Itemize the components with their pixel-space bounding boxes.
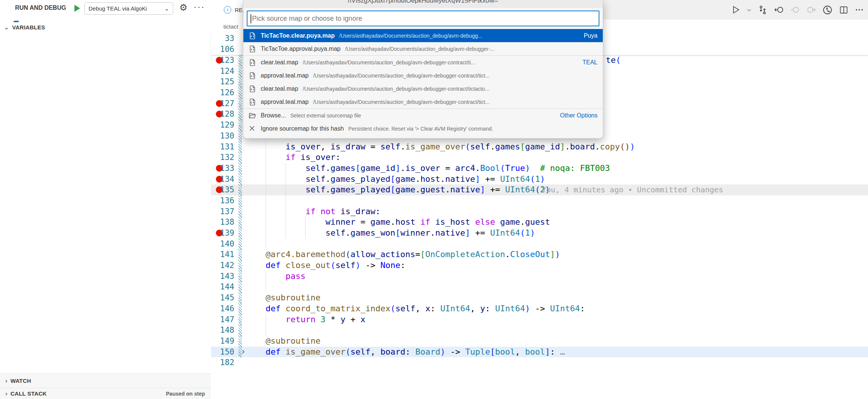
quick-pick-item-0[interactable]: TicTacToe.clear.puya.map/Users/asthayada… xyxy=(243,29,603,42)
next-change-icon[interactable] xyxy=(806,5,816,15)
code-line-142[interactable]: 142 def close_out(self) -> None: xyxy=(211,260,868,271)
run-python-file-button[interactable] xyxy=(731,5,741,15)
quick-pick-item-2[interactable]: clear.teal.map/Users/asthayadav/Document… xyxy=(243,55,603,69)
start-debug-button[interactable] xyxy=(72,3,82,13)
line-number[interactable]: 182 xyxy=(211,357,234,368)
line-number[interactable]: 136 xyxy=(211,195,234,206)
code-token: def xyxy=(266,260,281,270)
code-token: . xyxy=(565,142,570,151)
code-line-137[interactable]: 137 if not is_draw: xyxy=(211,206,868,217)
code-token: self xyxy=(306,185,326,194)
quick-pick-input-box[interactable] xyxy=(247,11,599,26)
quick-pick-item-1[interactable]: TicTacToe.approval.puya.map/Users/asthay… xyxy=(243,42,603,55)
line-number[interactable]: 147 xyxy=(211,314,234,325)
line-number[interactable]: 138 xyxy=(211,217,234,228)
line-number[interactable]: 145 xyxy=(211,292,234,303)
line-number[interactable]: 129 xyxy=(211,120,234,131)
run-dropdown-chevron-icon[interactable] xyxy=(746,7,752,13)
line-number[interactable]: 123 xyxy=(211,55,234,66)
code-line-141[interactable]: 141 @arc4.baremethod(allow_actions=[OnCo… xyxy=(211,249,868,260)
line-number[interactable]: 146 xyxy=(211,303,234,314)
code-token xyxy=(415,217,420,227)
previous-change-icon[interactable] xyxy=(790,5,800,15)
gear-icon[interactable]: ⚙ xyxy=(179,2,188,13)
code-line-147[interactable]: 147 return 3 * y + x xyxy=(211,314,868,325)
code-line-182[interactable]: 182 xyxy=(211,357,868,368)
code-token: . xyxy=(400,142,405,151)
line-number[interactable]: 144 xyxy=(211,282,234,292)
code-line-139[interactable]: 139 self.games_won[winner.native] += UIn… xyxy=(211,228,868,239)
code-line-143[interactable]: 143 pass xyxy=(211,271,868,282)
quick-pick-item-7[interactable]: Ignore sourcemap for this hashPersistent… xyxy=(243,122,603,135)
breadcrumb-item[interactable]: tictact xyxy=(223,23,238,30)
quick-pick-item-3[interactable]: approval.teal.map/Users/asthayadav/Docum… xyxy=(243,69,603,82)
line-number[interactable]: 128 xyxy=(211,109,234,120)
code-line-131[interactable]: 131 is_over, is_draw = self.is_game_over… xyxy=(211,142,868,152)
line-number[interactable]: 137 xyxy=(211,206,234,217)
code-token: is_draw xyxy=(341,207,376,216)
code-line-149[interactable]: 149 @subroutine xyxy=(211,336,868,347)
code-line-135[interactable]: 135 self.games_played[game.guest.native]… xyxy=(211,184,868,195)
line-number[interactable]: 135 xyxy=(211,184,234,195)
code-line-144[interactable]: 144 xyxy=(211,282,868,292)
quick-pick-item-5[interactable]: approval.teal.map/Users/asthayadav/Docum… xyxy=(243,95,603,108)
code-token: self xyxy=(395,304,415,313)
code-line-145[interactable]: 145 @subroutine xyxy=(211,292,868,303)
line-number[interactable]: 132 xyxy=(211,152,234,163)
compare-changes-icon[interactable] xyxy=(758,5,768,15)
code-line-136[interactable]: 136 xyxy=(211,195,868,206)
quick-pick-item-6[interactable]: Browse...Select external sourcemap fileO… xyxy=(243,108,603,122)
line-number[interactable]: 125 xyxy=(211,76,234,87)
line-number: 33 xyxy=(211,33,234,44)
code-token: def xyxy=(266,347,281,356)
code-line-132[interactable]: 132 if is_over: xyxy=(211,152,868,163)
line-number[interactable]: 150 xyxy=(211,347,234,358)
line-number[interactable]: 133 xyxy=(211,163,234,174)
code-line-146[interactable]: 146 def coord_to_matrix_index(self, x: U… xyxy=(211,303,868,314)
call-stack-section-header[interactable]: › CALL STACK Paused on step xyxy=(0,388,211,399)
line-number[interactable]: 124 xyxy=(211,66,234,77)
line-number[interactable]: 139 xyxy=(211,228,234,239)
line-number[interactable]: 141 xyxy=(211,249,234,260)
split-editor-icon[interactable] xyxy=(839,5,849,15)
code-token xyxy=(246,336,266,346)
code-line-150[interactable]: 150› def is_game_over(self, board: Board… xyxy=(211,347,868,358)
gutter-hatch-decoration xyxy=(238,249,242,260)
code-token: copy xyxy=(600,142,620,151)
code-line-148[interactable]: 148 xyxy=(211,325,868,336)
quick-pick-input[interactable] xyxy=(248,14,599,23)
code-token xyxy=(430,217,435,227)
more-actions-icon[interactable] xyxy=(854,5,864,15)
watch-section-header[interactable]: › WATCH xyxy=(0,373,211,388)
debug-config-dropdown[interactable]: Debug TEAL via AlgoKi ⌄ xyxy=(84,2,173,15)
source-control-graph-icon[interactable] xyxy=(822,5,833,15)
go-back-icon[interactable] xyxy=(773,5,784,15)
variables-section-header[interactable]: ⌄ VARIABLES xyxy=(0,22,211,32)
code-token xyxy=(246,217,326,227)
code-token: … xyxy=(555,347,565,356)
quick-pick-item-detail: /Users/asthayadav/Documents/auction_debu… xyxy=(313,73,489,79)
line-number[interactable]: 140 xyxy=(211,239,234,250)
code-token xyxy=(246,228,326,238)
more-actions-icon[interactable]: ··· xyxy=(194,2,205,12)
code-token: host xyxy=(420,174,440,184)
code-token: UInt64 xyxy=(490,228,520,238)
line-number[interactable]: 143 xyxy=(211,271,234,282)
run-and-debug-header: RUN AND DEBUG Debug TEAL via AlgoKi ⌄ ⚙ … xyxy=(0,0,211,17)
line-number[interactable]: 149 xyxy=(211,336,234,347)
code-line-134[interactable]: 134 self.games_played[game.host.native] … xyxy=(211,174,868,185)
quick-pick-item-badge[interactable]: Other Options xyxy=(555,112,598,119)
line-number[interactable]: 127 xyxy=(211,98,234,109)
line-number[interactable]: 134 xyxy=(211,174,234,185)
quick-pick-item-4[interactable]: clear.teal.map/Users/asthayadav/Document… xyxy=(243,82,603,95)
line-number[interactable]: 130 xyxy=(211,131,234,142)
vscode-window: RUN AND DEBUG Debug TEAL via AlgoKi ⌄ ⚙ … xyxy=(0,0,868,399)
line-number[interactable]: 126 xyxy=(211,87,234,98)
line-number[interactable]: 131 xyxy=(211,142,234,152)
code-line-138[interactable]: 138 winner = game.host if is_host else g… xyxy=(211,217,868,228)
line-number[interactable]: 142 xyxy=(211,260,234,271)
code-line-140[interactable]: 140 xyxy=(211,239,868,250)
fold-chevron-icon[interactable]: › xyxy=(242,347,245,356)
code-line-133[interactable]: 133 self.games[game_id].is_over = arc4.B… xyxy=(211,163,868,174)
line-number[interactable]: 148 xyxy=(211,325,234,336)
